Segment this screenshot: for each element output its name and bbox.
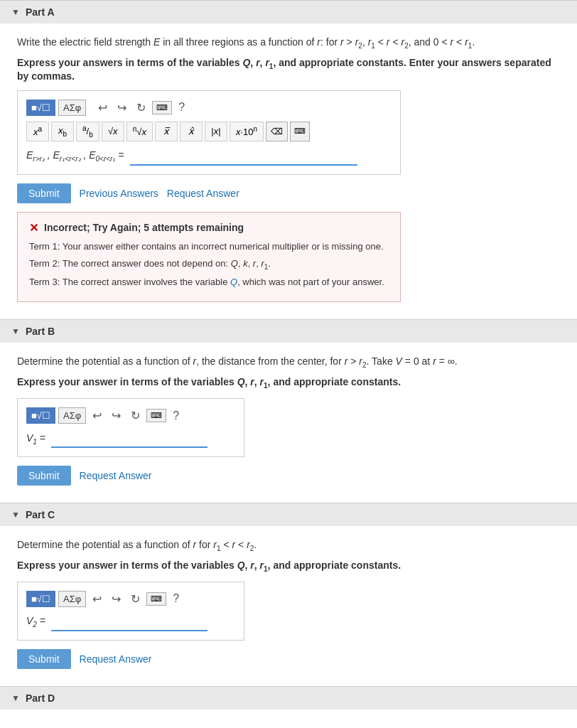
part-a-toolbar: ■√☐ ΑΣφ ↩ ↪ ↻ ⌨ ?: [26, 100, 392, 116]
keyboard-btn[interactable]: ⌨: [152, 101, 172, 114]
part-b-section: ▼ Part B Determine the potential as a fu…: [0, 319, 577, 497]
sci-notation-btn[interactable]: x·10n: [230, 122, 264, 141]
part-a-error-item-1: Term 1: Your answer either contains an i…: [29, 240, 389, 253]
part-c-button-row: Submit Request Answer: [17, 649, 560, 669]
part-b-answer-label: V1 =: [26, 432, 45, 446]
part-c-question: Determine the potential as a function of…: [17, 537, 560, 554]
part-b-redo-btn[interactable]: ↪: [108, 407, 124, 424]
part-a-answer-input[interactable]: [130, 147, 357, 166]
part-b-request-answer-link[interactable]: Request Answer: [80, 470, 152, 481]
part-b-submit-btn[interactable]: Submit: [17, 466, 71, 486]
part-c-arrow: ▼: [11, 510, 20, 520]
part-c-header[interactable]: ▼ Part C: [0, 503, 577, 526]
part-c-title: Part C: [26, 509, 55, 520]
help-btn[interactable]: ?: [175, 100, 188, 115]
sqrt-btn[interactable]: √x: [102, 122, 124, 141]
part-a-content: Write the electric field strength E in a…: [0, 23, 577, 314]
superscript-btn[interactable]: xa: [26, 122, 49, 141]
part-c-refresh-btn[interactable]: ↻: [127, 591, 144, 607]
part-c-alpha-btn[interactable]: ΑΣφ: [58, 591, 86, 607]
part-b-refresh-btn[interactable]: ↻: [127, 407, 144, 424]
part-b-undo-btn[interactable]: ↩: [89, 407, 105, 424]
part-d-arrow: ▼: [11, 693, 20, 703]
part-b-question: Determine the potential as a function of…: [17, 354, 560, 370]
part-a-section: ▼ Part A Write the electric field streng…: [0, 0, 577, 314]
nthroot-btn[interactable]: n√x: [126, 122, 153, 141]
part-a-editor-box: ■√☐ ΑΣφ ↩ ↪ ↻ ⌨ ? xa xb a/b √x n√x x̅ x̂: [17, 90, 401, 175]
matrix-icon-btn[interactable]: ■√☐: [26, 100, 55, 116]
part-b-keyboard-btn[interactable]: ⌨: [146, 409, 166, 422]
part-b-answer-row: V1 =: [26, 429, 235, 448]
subscript-btn[interactable]: xb: [51, 122, 74, 141]
part-a-question: Write the electric field strength E in a…: [17, 35, 560, 51]
part-b-instruction: Express your answer in terms of the vari…: [17, 376, 560, 390]
toolbar-right-icons: ↩ ↪ ↻ ⌨ ?: [95, 100, 188, 116]
part-b-header[interactable]: ▼ Part B: [0, 320, 577, 343]
part-b-answer-input[interactable]: [51, 429, 207, 448]
part-a-symbols: xa xb a/b √x n√x x̅ x̂ |x| x·10n ⌫ ⌨: [26, 122, 392, 141]
fraction-btn[interactable]: a/b: [76, 122, 99, 141]
part-b-content: Determine the potential as a function of…: [0, 343, 577, 497]
part-a-error-item-3: Term 3: The correct answer involves the …: [29, 276, 389, 289]
part-c-keyboard-btn[interactable]: ⌨: [146, 592, 166, 606]
part-a-button-row: Submit Previous Answers Request Answer: [17, 183, 560, 203]
delete-btn[interactable]: ⌫: [266, 122, 288, 141]
part-c-content: Determine the potential as a function of…: [0, 526, 577, 680]
part-a-arrow: ▼: [11, 7, 20, 17]
error-x-icon: ✕: [29, 221, 38, 235]
part-c-answer-label: V2 =: [26, 615, 45, 628]
part-a-error-box: ✕ Incorrect; Try Again; 5 attempts remai…: [17, 212, 401, 303]
part-b-matrix-btn[interactable]: ■√☐: [26, 407, 55, 424]
part-c-instruction: Express your answer in terms of the vari…: [17, 560, 560, 573]
part-c-editor-box: ■√☐ ΑΣφ ↩ ↪ ↻ ⌨ ? V2 =: [17, 582, 244, 641]
part-b-help-btn[interactable]: ?: [169, 408, 183, 424]
mean-btn[interactable]: x̅: [155, 122, 178, 141]
part-a-answer-label: Er>r₂ , Er₁<r<r₂ , E0<r<r₁ =: [26, 149, 124, 163]
part-a-error-item-2: Term 2: The correct answer does not depe…: [29, 257, 389, 272]
part-d-header[interactable]: ▼ Part D: [0, 687, 577, 710]
part-c-matrix-btn[interactable]: ■√☐: [26, 591, 55, 607]
part-a-header[interactable]: ▼ Part A: [0, 1, 577, 23]
part-a-instruction: Express your answers in terms of the var…: [17, 57, 560, 82]
part-b-arrow: ▼: [11, 326, 20, 336]
keyboard-btn2[interactable]: ⌨: [290, 122, 310, 141]
alpha-sigma-phi-btn[interactable]: ΑΣφ: [58, 100, 86, 116]
part-c-redo-btn[interactable]: ↪: [108, 591, 124, 607]
part-c-undo-btn[interactable]: ↩: [89, 591, 105, 607]
abs-btn[interactable]: |x|: [205, 122, 227, 141]
part-c-section: ▼ Part C Determine the potential as a fu…: [0, 503, 577, 680]
part-a-request-answer-link[interactable]: Request Answer: [167, 188, 239, 199]
part-a-error-header: ✕ Incorrect; Try Again; 5 attempts remai…: [29, 221, 389, 235]
part-c-answer-input[interactable]: [51, 613, 207, 631]
part-d-section: ▼ Part D: [0, 686, 577, 710]
hat-btn[interactable]: x̂: [180, 122, 203, 141]
refresh-btn[interactable]: ↻: [133, 100, 149, 116]
part-a-submit-btn[interactable]: Submit: [17, 183, 71, 203]
part-d-title: Part D: [26, 692, 55, 704]
part-c-answer-row: V2 =: [26, 613, 235, 631]
part-b-title: Part B: [26, 326, 55, 337]
part-c-submit-btn[interactable]: Submit: [17, 649, 71, 669]
part-a-title: Part A: [26, 6, 55, 18]
part-b-toolbar: ■√☐ ΑΣφ ↩ ↪ ↻ ⌨ ?: [26, 407, 235, 424]
part-b-editor-box: ■√☐ ΑΣφ ↩ ↪ ↻ ⌨ ? V1 =: [17, 398, 244, 457]
part-c-toolbar: ■√☐ ΑΣφ ↩ ↪ ↻ ⌨ ?: [26, 591, 235, 607]
part-a-answer-row: Er>r₂ , Er₁<r<r₂ , E0<r<r₁ =: [26, 147, 392, 166]
part-a-error-title: Incorrect; Try Again; 5 attempts remaini…: [44, 222, 244, 233]
part-b-button-row: Submit Request Answer: [17, 466, 560, 486]
part-c-request-answer-link[interactable]: Request Answer: [80, 653, 152, 665]
part-a-previous-answers-link[interactable]: Previous Answers: [80, 188, 158, 199]
undo-btn[interactable]: ↩: [95, 100, 111, 116]
part-b-alpha-btn[interactable]: ΑΣφ: [58, 407, 86, 424]
redo-btn[interactable]: ↪: [114, 100, 130, 116]
part-c-help-btn[interactable]: ?: [169, 591, 183, 606]
